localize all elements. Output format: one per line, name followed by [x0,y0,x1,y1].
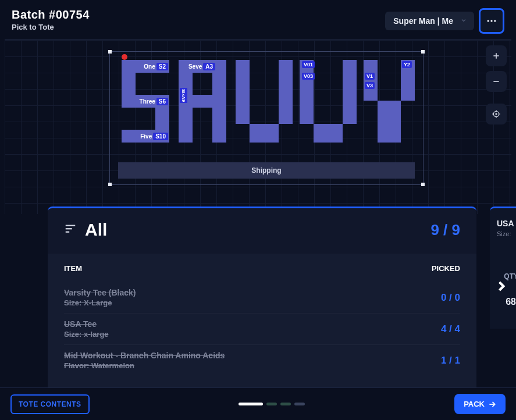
panel-count: 9 / 9 [430,221,460,239]
svg-rect-12 [66,225,76,226]
user-selector[interactable]: Super Man | Me [385,12,474,30]
chevron-right-icon [493,278,510,297]
progress-step [280,403,291,405]
pick-table: ITEM PICKED Varsity Tee (Black) Size: X-… [48,254,476,387]
plus-icon [492,51,501,60]
locate-button[interactable] [486,104,507,124]
more-button[interactable] [479,8,504,34]
svg-point-2 [494,20,496,22]
map-frame: OneS2 ThreeS6 FiveS10 SeveA3 SixA9 V01 V… [109,51,424,185]
slot-v1[interactable]: V1 [365,73,375,80]
slot-a9[interactable]: SixA9 [180,88,187,103]
batch-title: Batch #00754 [12,8,90,22]
slot-y2[interactable]: Y2 [402,61,412,68]
pack-button[interactable]: PACK [454,394,506,414]
header-right: Super Man | Me [385,8,504,34]
progress-step [239,403,263,405]
panel-header: All 9 / 9 [48,208,476,254]
slot-s6[interactable]: ThreeS6 [122,95,169,108]
svg-point-1 [490,20,492,22]
col-item: ITEM [64,264,82,273]
table-row[interactable]: Mid Workout - Branch Chain Amino Acids F… [64,345,460,376]
zoom-in-button[interactable] [486,45,507,66]
table-row[interactable]: Varsity Tee (Black) Size: X-Large 0 / 0 [64,282,460,314]
slot-s10[interactable]: FiveS10 [122,130,169,143]
tote-contents-button[interactable]: TOTE CONTENTS [10,394,90,414]
progress-step [266,403,277,405]
chevron-down-icon [460,16,467,26]
header: Batch #00754 Pick to Tote Super Man | Me [0,0,516,40]
minus-icon [492,77,501,86]
map-controls [486,45,507,124]
slot-a3[interactable]: SeveA3 [179,60,226,73]
slot-s2[interactable]: OneS2 [122,60,169,73]
filter-icon[interactable] [64,222,77,237]
col-picked: PICKED [432,264,460,273]
shipping-area: Shipping [118,162,415,179]
crosshair-icon [492,109,501,119]
pick-panel: All 9 / 9 ITEM PICKED Varsity Tee (Black… [48,207,476,387]
svg-rect-13 [66,228,72,229]
slot-v01[interactable]: V01 [302,61,315,68]
svg-point-0 [487,20,489,22]
svg-point-7 [496,113,497,115]
header-left: Batch #00754 Pick to Tote [12,8,90,31]
user-name: Super Man | Me [393,16,453,26]
progress-indicator [239,403,305,405]
svg-rect-14 [66,232,69,233]
slot-v03[interactable]: V03 [302,73,315,80]
next-item-peek[interactable]: USA Size: QTY 68 [490,207,516,329]
progress-step [294,403,305,405]
zoom-out-button[interactable] [486,71,507,92]
arrow-right-icon [488,400,496,408]
panel-title: All [85,220,107,240]
slot-v3[interactable]: V3 [365,82,375,89]
more-horizontal-icon [486,15,497,27]
table-row[interactable]: USA Tee Size: x-large 4 / 4 [64,314,460,345]
batch-subtitle: Pick to Tote [12,23,90,31]
warehouse-map[interactable]: OneS2 ThreeS6 FiveS10 SeveA3 SixA9 V01 V… [5,40,511,214]
footer: TOTE CONTENTS PACK [0,387,516,420]
